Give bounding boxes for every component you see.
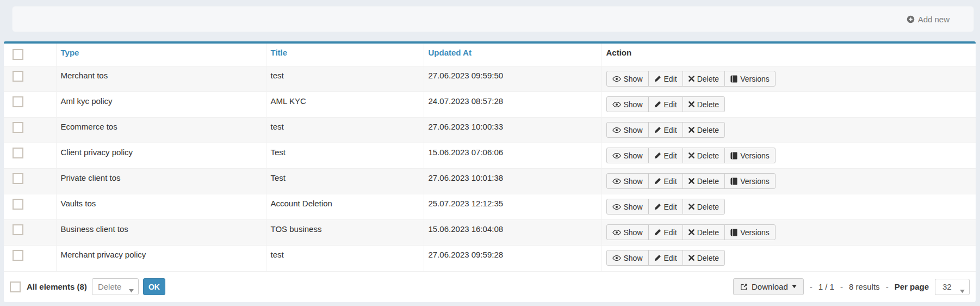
delete-button[interactable]: Delete [683,148,725,163]
book-icon [730,75,737,83]
pencil-icon [654,229,661,236]
row-actions-cell: Show Edit Delete [601,169,976,194]
per-page-select[interactable]: 32 [935,279,970,295]
show-button[interactable]: Show [606,122,649,138]
show-button[interactable]: Show [606,224,649,240]
row-type: Merchant privacy policy [56,246,266,271]
table-row: Private client tos Test 27.06.2023 10:01… [4,169,976,194]
versions-button-label: Versions [740,151,770,160]
row-type: Client privacy policy [56,143,266,169]
delete-button[interactable]: Delete [683,199,725,215]
eye-icon [612,76,621,82]
show-button[interactable]: Show [606,96,649,112]
row-updated-at: 15.06.2023 07:06:06 [424,143,601,169]
delete-button-label: Delete [697,203,719,211]
edit-button-label: Edit [664,151,677,160]
sort-title-link[interactable]: Title [271,48,288,57]
pagination-separator: - [810,282,812,291]
show-button[interactable]: Show [606,199,649,215]
all-elements-checkbox[interactable] [10,281,21,292]
pagination-separator: - [840,282,843,291]
row-checkbox[interactable] [13,71,23,82]
eye-icon [612,152,621,159]
row-checkbox[interactable] [13,224,23,235]
versions-button[interactable]: Versions [724,148,776,163]
edit-button-label: Edit [664,100,677,109]
row-checkbox[interactable] [13,122,23,133]
row-checkbox[interactable] [13,173,23,184]
show-button[interactable]: Show [606,71,649,87]
row-type: Aml kyc policy [56,92,266,118]
select-all-checkbox[interactable] [13,49,23,60]
caret-down-icon [792,285,797,289]
show-button[interactable]: Show [606,173,649,189]
delete-button-label: Delete [697,254,719,262]
show-button-label: Show [624,177,643,186]
table-row: Vaults tos Account Deletion 25.07.2023 1… [4,194,976,220]
row-checkbox[interactable] [13,199,23,210]
times-icon [689,101,694,107]
row-title: TOS business [266,220,424,246]
edit-button[interactable]: Edit [648,250,683,266]
delete-button[interactable]: Delete [683,173,725,189]
delete-button[interactable]: Delete [683,96,725,112]
row-checkbox[interactable] [13,96,23,107]
row-title: test [266,246,424,271]
show-button[interactable]: Show [606,148,649,163]
ok-button[interactable]: OK [143,278,165,295]
row-checkbox[interactable] [13,148,23,158]
row-actions-cell: Show Edit Delete [601,143,976,169]
show-button[interactable]: Show [606,250,649,266]
edit-button[interactable]: Edit [648,148,683,163]
delete-button[interactable]: Delete [683,250,725,266]
sort-updated-at-link[interactable]: Updated At [429,48,472,57]
edit-button[interactable]: Edit [648,224,683,240]
column-header-updated-at: Updated At [424,44,601,66]
times-icon [689,204,694,210]
versions-button[interactable]: Versions [724,173,776,189]
delete-button[interactable]: Delete [683,71,725,87]
edit-button[interactable]: Edit [648,122,683,138]
pencil-icon [654,178,661,185]
edit-button-label: Edit [664,75,677,83]
row-updated-at: 25.07.2023 12:12:35 [424,194,601,220]
download-label: Download [752,282,788,291]
batch-action-select[interactable]: Delete [92,278,139,295]
edit-button[interactable]: Edit [648,173,683,189]
all-elements-label: All elements (8) [27,282,87,291]
row-checkbox[interactable] [13,250,23,261]
versions-button[interactable]: Versions [724,71,776,87]
edit-button[interactable]: Edit [648,199,683,215]
delete-button-label: Delete [697,126,719,134]
table-row: Merchant privacy policy test 27.06.2023 … [4,246,976,271]
book-icon [730,178,737,185]
edit-button-label: Edit [664,126,677,134]
sort-type-link[interactable]: Type [61,48,79,57]
add-new-button[interactable]: Add new [907,15,950,24]
download-button[interactable]: Download [733,278,804,295]
row-checkbox-cell [4,246,56,271]
pagination-separator: - [886,282,889,291]
row-action-buttons: Show Edit Delete [606,199,725,215]
row-title: AML KYC [266,92,424,118]
show-button-label: Show [624,126,643,134]
delete-button[interactable]: Delete [683,224,725,240]
row-action-buttons: Show Edit Delete [606,173,776,189]
header-checkbox-cell [4,44,56,66]
row-action-buttons: Show Edit Delete [606,148,776,163]
edit-button[interactable]: Edit [648,96,683,112]
times-icon [689,229,694,235]
eye-icon [612,204,621,210]
versions-button[interactable]: Versions [724,224,776,240]
row-action-buttons: Show Edit Delete [606,122,725,138]
row-title: Account Deletion [266,194,424,220]
eye-icon [612,101,621,108]
table-row: Ecommerce tos test 27.06.2023 10:00:33 S… [4,118,976,143]
delete-button[interactable]: Delete [683,122,725,138]
list-card: Type Title Updated At Action Merchant to… [4,41,976,302]
edit-button-label: Edit [664,228,677,237]
versions-button-label: Versions [740,75,770,83]
edit-button[interactable]: Edit [648,71,683,87]
row-title: Test [266,169,424,194]
table-row: Business client tos TOS business 15.06.2… [4,220,976,246]
